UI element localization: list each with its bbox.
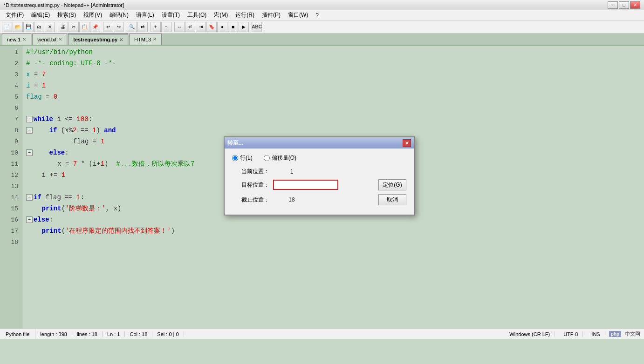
- status-lines: lines : 18: [72, 331, 103, 337]
- tb-spellcheck[interactable]: ABC: [252, 22, 262, 32]
- status-encoding: UTF-8: [559, 331, 583, 337]
- fold-16[interactable]: −: [26, 216, 33, 223]
- line-num-15: 15: [0, 203, 22, 214]
- tb-macrostop[interactable]: ■: [228, 22, 238, 32]
- editor-area[interactable]: 1 2 3 4 5 6 7 8 9 10 11 12 13 14 15 16 1…: [0, 46, 644, 339]
- menu-tools[interactable]: 工具(O): [184, 10, 210, 20]
- goto-button[interactable]: 定位(G): [378, 179, 406, 190]
- goto-dialog: 转至... ✕ 行(L) 偏移量(O) 当前: [224, 136, 415, 216]
- tb-new[interactable]: 📄: [2, 22, 12, 32]
- radio-line-input[interactable]: [232, 155, 238, 161]
- tb-macroplay[interactable]: ▶: [239, 22, 249, 32]
- radio-offset-input[interactable]: [264, 155, 270, 161]
- status-right: Windows (CR LF) UTF-8 INS php 中文网: [501, 330, 644, 337]
- menu-language[interactable]: 语言(L): [132, 10, 158, 20]
- title-bar-buttons: ─ □ ✕: [608, 1, 640, 9]
- code-line-5: flag = 0: [26, 91, 644, 102]
- line-num-8: 8: [0, 125, 22, 136]
- menu-file[interactable]: 文件(F): [2, 10, 27, 20]
- line-num-5: 5: [0, 91, 22, 102]
- menu-view[interactable]: 视图(V): [80, 10, 106, 20]
- menu-bar: 文件(F) 编辑(E) 搜索(S) 视图(V) 编码(N) 语言(L) 设置(T…: [0, 10, 644, 20]
- line-num-1: 1: [0, 47, 22, 58]
- end-pos-label: 截止位置：: [232, 196, 269, 204]
- fold-8[interactable]: −: [26, 127, 33, 134]
- menu-search[interactable]: 搜索(S): [54, 10, 80, 20]
- dialog-radio-row: 行(L) 偏移量(O): [232, 154, 406, 162]
- tb-indent[interactable]: ⇥: [196, 22, 206, 32]
- tab-new1[interactable]: new 1 ✕: [2, 34, 31, 45]
- fold-10[interactable]: −: [26, 149, 33, 156]
- menu-plugins[interactable]: 插件(P): [258, 10, 284, 20]
- tab-wend-label: wend.txt: [37, 37, 56, 42]
- tab-html3-close[interactable]: ✕: [153, 37, 157, 42]
- tab-testrequestimg[interactable]: testrequestimg.py ✕: [68, 34, 128, 45]
- tab-testrequestimg-close[interactable]: ✕: [119, 37, 123, 42]
- dialog-end-pos-row: 截止位置： 18 取消: [232, 194, 406, 205]
- dialog-close-button[interactable]: ✕: [403, 139, 411, 147]
- tab-wend-close[interactable]: ✕: [58, 37, 62, 42]
- radio-offset[interactable]: 偏移量(O): [264, 154, 296, 162]
- current-pos-label: 当前位置：: [232, 168, 269, 175]
- tb-redo[interactable]: ↪: [114, 22, 124, 32]
- fold-7[interactable]: −: [26, 116, 33, 122]
- close-button[interactable]: ✕: [630, 1, 640, 9]
- tb-replace[interactable]: ⇄: [137, 22, 148, 32]
- line-num-11: 11: [0, 158, 22, 169]
- target-pos-input[interactable]: [273, 180, 338, 190]
- tb-copy[interactable]: 📋: [79, 22, 89, 32]
- tb-sync[interactable]: ↔: [174, 22, 185, 32]
- status-line-ending: Windows (CR LF): [505, 331, 555, 337]
- tb-macro[interactable]: ●: [217, 22, 227, 32]
- menu-window[interactable]: 窗口(W): [284, 10, 312, 20]
- menu-edit[interactable]: 编辑(E): [27, 10, 54, 20]
- tb-paste[interactable]: 📌: [90, 22, 100, 32]
- title-bar-title: *D:\txt\testrequestimg.py - Notepad++ [A…: [4, 2, 124, 8]
- tab-html3[interactable]: HTML3 ✕: [129, 34, 162, 45]
- minimize-button[interactable]: ─: [608, 1, 618, 9]
- line-num-2: 2: [0, 58, 22, 69]
- status-bar: Python file length : 398 lines : 18 Ln :…: [0, 329, 644, 339]
- radio-line[interactable]: 行(L): [232, 154, 253, 162]
- radio-offset-label: 偏移量(O): [272, 154, 296, 162]
- tb-zoomout[interactable]: −: [161, 22, 171, 32]
- tab-wend[interactable]: wend.txt ✕: [32, 34, 67, 45]
- menu-help[interactable]: ?: [312, 11, 322, 20]
- tb-undo[interactable]: ↩: [103, 22, 113, 32]
- tb-close[interactable]: ✕: [45, 22, 55, 32]
- tb-find[interactable]: 🔍: [127, 22, 137, 32]
- dialog-target-pos-row: 目标位置： 定位(G): [232, 179, 406, 190]
- tb-save[interactable]: 💾: [23, 22, 34, 32]
- status-ln: Ln : 1: [103, 331, 125, 337]
- dialog-title-text: 转至...: [227, 139, 243, 147]
- tb-open[interactable]: 📂: [13, 22, 23, 32]
- line-num-18: 18: [0, 236, 22, 248]
- title-bar: *D:\txt\testrequestimg.py - Notepad++ [A…: [0, 0, 644, 10]
- menu-settings[interactable]: 设置(T): [158, 10, 184, 20]
- tb-zoomin[interactable]: +: [151, 22, 161, 32]
- tb-saveall[interactable]: 🗂: [34, 22, 44, 32]
- cancel-button[interactable]: 取消: [378, 194, 406, 205]
- status-filetype: Python file: [0, 329, 35, 339]
- end-pos-value: 18: [273, 196, 310, 203]
- menu-macro[interactable]: 宏(M): [210, 10, 232, 20]
- menu-run[interactable]: 运行(R): [232, 10, 258, 20]
- code-line-3: x = 7: [26, 69, 644, 80]
- maximize-button[interactable]: □: [619, 1, 629, 9]
- fold-14[interactable]: −: [26, 194, 33, 201]
- code-line-2: # -*- coding: UTF-8 -*-: [26, 58, 644, 69]
- dialog-title-bar[interactable]: 转至... ✕: [225, 137, 414, 148]
- code-line-16: −else:: [26, 214, 644, 225]
- line-num-16: 16: [0, 214, 22, 225]
- tab-new1-close[interactable]: ✕: [22, 37, 26, 42]
- tb-print[interactable]: 🖨: [58, 22, 68, 32]
- tb-cut[interactable]: ✂: [69, 22, 79, 32]
- tb-bookmark[interactable]: 🔖: [206, 22, 217, 32]
- current-pos-value: 1: [273, 169, 310, 175]
- code-line-6: [26, 102, 644, 114]
- tab-testrequestimg-label: testrequestimg.py: [73, 37, 117, 42]
- line-num-7: 7: [0, 114, 22, 125]
- code-line-4: i = 1: [26, 80, 644, 91]
- tb-wrap[interactable]: ⏎: [185, 22, 195, 32]
- menu-encoding[interactable]: 编码(N): [106, 10, 132, 20]
